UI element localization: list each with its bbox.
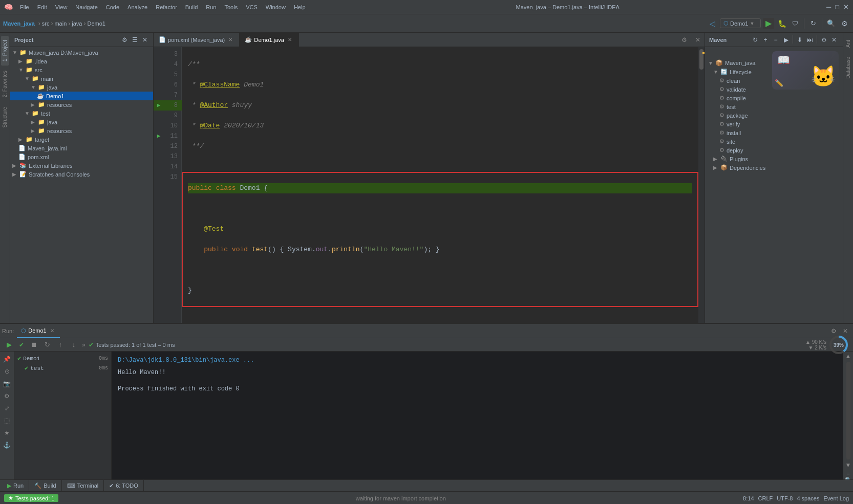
maven-refresh-btn[interactable]: ↻ xyxy=(751,35,760,45)
breadcrumb-java[interactable]: java xyxy=(72,20,82,27)
run-btn[interactable]: ▶ xyxy=(763,18,774,29)
run-panel-settings-btn[interactable]: ⚙ xyxy=(828,327,840,335)
project-panel-layout-btn[interactable]: ☰ xyxy=(131,36,139,44)
editor-tab-demo1[interactable]: ☕ Demo1.java ✕ xyxy=(240,33,299,47)
tree-item-scratches[interactable]: ▶ 📝 Scratches and Consoles xyxy=(10,170,153,179)
stop-btn[interactable]: ⏹ xyxy=(29,340,39,350)
menu-navigate[interactable]: Navigate xyxy=(72,3,101,11)
test-item-test[interactable]: ✔ test 0ms xyxy=(16,363,109,373)
window-close[interactable]: ✕ xyxy=(843,3,849,11)
menu-view[interactable]: View xyxy=(52,3,71,11)
side-scroll-btn1[interactable]: ≡ xyxy=(846,470,849,476)
tree-item-test[interactable]: ▼ 📁 test xyxy=(10,109,153,118)
maven-add-btn[interactable]: + xyxy=(761,35,770,45)
maven-item-plugins[interactable]: ▶ 🔌 Plugins xyxy=(705,155,843,163)
project-panel-close-btn[interactable]: ✕ xyxy=(141,36,149,44)
settings-bottom-btn[interactable]: ⚙ xyxy=(2,390,13,402)
run-play-btn[interactable]: ▶ xyxy=(4,340,14,350)
tree-item-src[interactable]: ▼ 📁 src xyxy=(10,65,153,74)
tests-passed-badge[interactable]: ★ Tests passed: 1 xyxy=(4,494,58,502)
menu-vcs[interactable]: VCS xyxy=(242,3,261,11)
menu-tools[interactable]: Tools xyxy=(221,3,241,11)
run-marker-11[interactable]: ▶ xyxy=(154,131,164,141)
tree-item-demo1[interactable]: ☕ Demo1 xyxy=(10,92,153,100)
menu-build[interactable]: Build xyxy=(182,3,201,11)
fav-btn[interactable]: ★ xyxy=(2,427,13,439)
maven-item-deploy[interactable]: ⚙ deploy xyxy=(705,146,843,155)
menu-file[interactable]: File xyxy=(16,3,33,11)
btab-terminal[interactable]: ⌨ Terminal xyxy=(62,480,104,491)
debug-btn[interactable]: 🐛 xyxy=(776,18,787,29)
database-tab-vertical[interactable]: Database xyxy=(844,53,852,83)
btab-todo[interactable]: ✔ 6: TODO xyxy=(104,480,144,491)
tree-item-resources-main[interactable]: ▶ 📁 resources xyxy=(10,100,153,109)
update-btn[interactable]: ↻ xyxy=(807,18,819,29)
tree-item-ext-libs[interactable]: ▶ 📚 External Libraries xyxy=(10,161,153,170)
anchor-btn[interactable]: ⚓ xyxy=(2,440,13,451)
camera-btn[interactable]: 📷 xyxy=(2,378,13,389)
status-position[interactable]: 8:14 xyxy=(743,495,754,501)
menu-analyze[interactable]: Analyze xyxy=(124,3,151,11)
btab-build[interactable]: 🔨 Build xyxy=(29,480,61,491)
test-item-demo1[interactable]: ✔ Demo1 0ms xyxy=(16,354,109,363)
tree-item-resources-test[interactable]: ▶ 📁 resources xyxy=(10,126,153,135)
project-panel-settings-btn[interactable]: ⚙ xyxy=(120,36,129,44)
filter-btn[interactable]: ⊙ xyxy=(2,366,13,377)
sort-desc-btn[interactable]: ↓ xyxy=(69,340,79,350)
status-crlf[interactable]: CRLF xyxy=(758,495,773,501)
menu-help[interactable]: Help xyxy=(290,3,309,11)
tree-item-root[interactable]: ▼ 📁 Maven_java D:\Maven_java xyxy=(10,48,153,57)
maven-item-package[interactable]: ⚙ package xyxy=(705,111,843,120)
maven-item-site[interactable]: ⚙ site xyxy=(705,137,843,146)
maven-item-test[interactable]: ⚙ test xyxy=(705,102,843,111)
structure-tab-vertical[interactable]: Structure xyxy=(1,103,9,132)
maven-item-dependencies[interactable]: ▶ 📦 Dependencies xyxy=(705,163,843,172)
back-btn[interactable]: ◁ xyxy=(707,18,718,29)
maven-download-btn[interactable]: ⬇ xyxy=(795,35,804,45)
menu-window[interactable]: Window xyxy=(262,3,289,11)
favorites-tab-vertical[interactable]: 2: Favorites xyxy=(1,67,9,101)
run-panel-close-btn[interactable]: ✕ xyxy=(840,327,851,335)
layout-btn[interactable]: ⬚ xyxy=(2,415,13,426)
editor-tab-pom[interactable]: 📄 pom.xml (Maven_java) ✕ xyxy=(154,33,240,47)
maven-collapse-btn[interactable]: ✕ xyxy=(829,35,839,45)
breadcrumb-src[interactable]: src xyxy=(42,20,50,27)
console-output[interactable]: D:\Java\jdk1.8.0_131\bin\java.exe ... He… xyxy=(112,352,843,492)
tree-item-idea[interactable]: ▶ 📁 .idea xyxy=(10,57,153,65)
run-tab-demo1[interactable]: ⬡ Demo1 ✕ xyxy=(17,324,59,338)
expand-btn[interactable]: ⤢ xyxy=(2,403,13,414)
tree-item-main[interactable]: ▼ 📁 main xyxy=(10,74,153,83)
sort-asc-btn[interactable]: ↑ xyxy=(55,340,66,350)
editor-settings-btn[interactable]: ⚙ xyxy=(677,36,691,43)
run-tab-close-btn[interactable]: ✕ xyxy=(49,327,56,334)
rerun-btn[interactable]: ↻ xyxy=(42,340,52,350)
btab-run[interactable]: ▶ Run xyxy=(2,480,29,491)
project-tab-vertical[interactable]: 1: Project xyxy=(1,36,9,65)
window-maximize[interactable]: □ xyxy=(835,3,839,11)
ant-tab-vertical[interactable]: Ant xyxy=(844,36,852,52)
maven-item-verify[interactable]: ⚙ verify xyxy=(705,120,843,128)
window-minimize[interactable]: ─ xyxy=(826,3,831,11)
breadcrumb-demo1[interactable]: Demo1 xyxy=(87,20,105,27)
coverage-btn[interactable]: 🛡 xyxy=(790,18,801,29)
tree-item-java-main[interactable]: ▼ 📁 java xyxy=(10,83,153,92)
menu-code[interactable]: Code xyxy=(102,3,123,11)
tree-item-java-test[interactable]: ▶ 📁 java xyxy=(10,118,153,126)
search-everywhere-btn[interactable]: 🔍 xyxy=(825,18,837,29)
editor-close-btn[interactable]: ✕ xyxy=(691,36,705,43)
run-more-btn[interactable]: » xyxy=(82,341,86,348)
maven-item-compile[interactable]: ⚙ compile xyxy=(705,94,843,102)
pin-btn[interactable]: 📌 xyxy=(2,354,13,365)
event-log-btn[interactable]: Event Log xyxy=(823,495,849,501)
pom-tab-close-btn[interactable]: ✕ xyxy=(227,36,234,43)
settings-btn[interactable]: ⚙ xyxy=(839,18,850,29)
maven-item-install[interactable]: ⚙ install xyxy=(705,128,843,137)
tree-item-target[interactable]: ▶ 📁 target xyxy=(10,135,153,144)
status-indent[interactable]: 4 spaces xyxy=(797,495,819,501)
maven-skip-btn[interactable]: ⏭ xyxy=(805,35,815,45)
demo1-tab-close-btn[interactable]: ✕ xyxy=(286,36,293,43)
run-config-dropdown[interactable]: ⬡ Demo1 ▼ xyxy=(720,18,761,28)
tree-item-pomxml[interactable]: 📄 pom.xml xyxy=(10,152,153,161)
maven-remove-btn[interactable]: − xyxy=(771,35,780,45)
status-encoding[interactable]: UTF-8 xyxy=(777,495,793,501)
